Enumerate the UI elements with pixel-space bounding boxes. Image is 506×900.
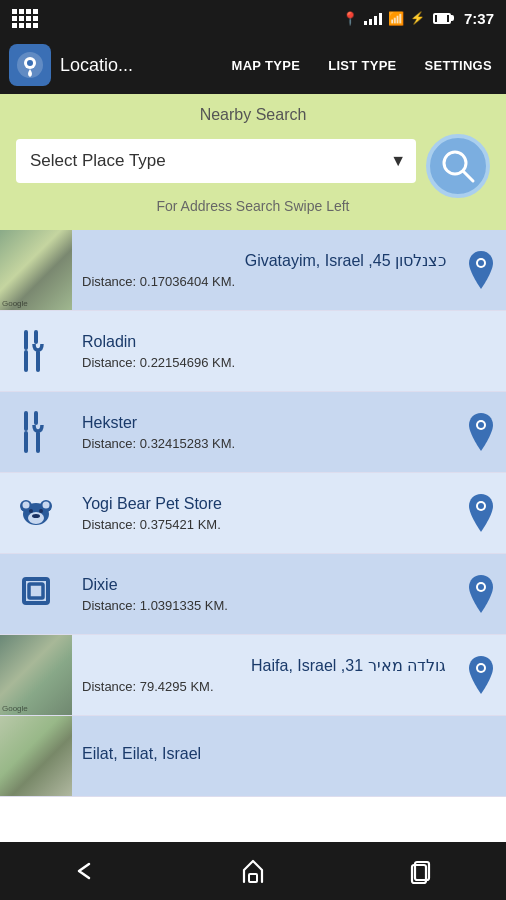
bottom-nav — [0, 842, 506, 900]
svg-rect-7 — [24, 330, 28, 350]
item-distance: Distance: 0.22154696 KM. — [82, 355, 446, 370]
nearby-label: Nearby Search — [16, 106, 490, 124]
signal-icon — [364, 11, 382, 25]
list-item[interactable]: Hekster Distance: 0.32415283 KM. — [0, 392, 506, 473]
pin-button[interactable] — [456, 413, 506, 451]
pin-button[interactable] — [456, 656, 506, 694]
back-button[interactable] — [54, 851, 114, 891]
time-display: 7:37 — [464, 10, 494, 27]
status-right-icons: 📍 📶 ⚡ 7:37 — [342, 10, 494, 27]
svg-rect-29 — [29, 584, 43, 598]
svg-point-2 — [27, 60, 33, 66]
item-distance: Distance: 79.4295 KM. — [82, 679, 446, 694]
svg-rect-10 — [36, 350, 40, 372]
recents-button[interactable] — [392, 851, 452, 891]
svg-point-23 — [29, 509, 33, 513]
svg-point-31 — [478, 584, 484, 590]
search-button[interactable] — [426, 134, 490, 198]
nav-bar: Locatio... MAP TYPE LIST TYPE SETTINGS — [0, 36, 506, 94]
status-bar: 📍 📶 ⚡ 7:37 — [0, 0, 506, 36]
item-thumbnail — [0, 716, 72, 796]
item-name: Hekster — [82, 414, 446, 432]
place-type-selector[interactable]: Select Place Type ▼ — [16, 139, 416, 183]
wifi-icon: 📶 — [388, 11, 404, 26]
address-hint: For Address Search Swipe Left — [16, 198, 490, 214]
item-info: Dixie Distance: 1.0391335 KM. — [72, 566, 456, 623]
svg-point-33 — [478, 665, 484, 671]
grid-icon — [12, 9, 38, 28]
list-item[interactable]: גולדה מאיר 31, Haifa, Israel Distance: 7… — [0, 635, 506, 716]
item-name: Roladin — [82, 333, 446, 351]
svg-point-25 — [32, 514, 40, 518]
battery-icon — [433, 13, 454, 24]
list-item[interactable]: Roladin Distance: 0.22154696 KM. — [0, 311, 506, 392]
svg-line-4 — [463, 171, 473, 181]
item-info: גולדה מאיר 31, Haifa, Israel Distance: 7… — [72, 646, 456, 704]
dropdown-arrow-icon: ▼ — [380, 140, 416, 182]
svg-rect-8 — [34, 330, 38, 344]
item-distance: Distance: 0.32415283 KM. — [82, 436, 446, 451]
item-name: Eilat, Eilat, Israel — [82, 745, 446, 763]
svg-rect-9 — [24, 350, 28, 372]
item-info: Roladin Distance: 0.22154696 KM. — [72, 323, 456, 380]
item-info: Hekster Distance: 0.32415283 KM. — [72, 404, 456, 461]
item-name: Yogi Bear Pet Store — [82, 495, 446, 513]
item-thumbnail — [0, 635, 72, 715]
results-list: כצנלסון 45, Givatayim, Israel Distance: … — [0, 230, 506, 842]
list-item[interactable]: Dixie Distance: 1.0391335 KM. — [0, 554, 506, 635]
list-type-button[interactable]: LIST TYPE — [314, 36, 410, 94]
svg-rect-14 — [36, 431, 40, 453]
item-name: כצנלסון 45, Givatayim, Israel — [82, 251, 446, 270]
select-place-label: Select Place Type — [16, 139, 380, 183]
pin-button[interactable] — [456, 575, 506, 613]
list-item[interactable]: Yogi Bear Pet Store Distance: 0.375421 K… — [0, 473, 506, 554]
svg-rect-11 — [24, 411, 28, 431]
item-info: Eilat, Eilat, Israel — [72, 735, 456, 777]
app-logo — [0, 44, 60, 86]
svg-rect-13 — [24, 431, 28, 453]
app-title: Locatio... — [60, 55, 150, 76]
item-icon — [0, 311, 72, 391]
charging-icon: ⚡ — [410, 11, 425, 25]
pin-button[interactable] — [456, 251, 506, 289]
nav-actions: MAP TYPE LIST TYPE SETTINGS — [150, 36, 506, 94]
svg-point-24 — [39, 509, 43, 513]
item-icon — [0, 473, 72, 553]
item-info: Yogi Bear Pet Store Distance: 0.375421 K… — [72, 485, 456, 542]
item-icon — [0, 554, 72, 634]
app-icon — [9, 44, 51, 86]
list-item[interactable]: כצנלסון 45, Givatayim, Israel Distance: … — [0, 230, 506, 311]
svg-point-16 — [478, 422, 484, 428]
item-icon — [0, 392, 72, 472]
item-distance: Distance: 1.0391335 KM. — [82, 598, 446, 613]
svg-point-21 — [43, 502, 50, 509]
item-info: כצנלסון 45, Givatayim, Israel Distance: … — [72, 241, 456, 299]
list-item[interactable]: Eilat, Eilat, Israel — [0, 716, 506, 797]
settings-button[interactable]: SETTINGS — [411, 36, 506, 94]
item-distance: Distance: 0.17036404 KM. — [82, 274, 446, 289]
svg-point-27 — [478, 503, 484, 509]
map-type-button[interactable]: MAP TYPE — [218, 36, 315, 94]
status-left-icons — [12, 9, 38, 28]
search-area: Nearby Search Select Place Type ▼ For Ad… — [0, 94, 506, 230]
svg-rect-34 — [249, 874, 257, 882]
item-thumbnail — [0, 230, 72, 310]
svg-rect-12 — [34, 411, 38, 425]
location-icon: 📍 — [342, 11, 358, 26]
svg-point-20 — [23, 502, 30, 509]
svg-point-6 — [478, 260, 484, 266]
item-distance: Distance: 0.375421 KM. — [82, 517, 446, 532]
pin-button[interactable] — [456, 494, 506, 532]
item-name: גולדה מאיר 31, Haifa, Israel — [82, 656, 446, 675]
item-name: Dixie — [82, 576, 446, 594]
home-button[interactable] — [223, 851, 283, 891]
